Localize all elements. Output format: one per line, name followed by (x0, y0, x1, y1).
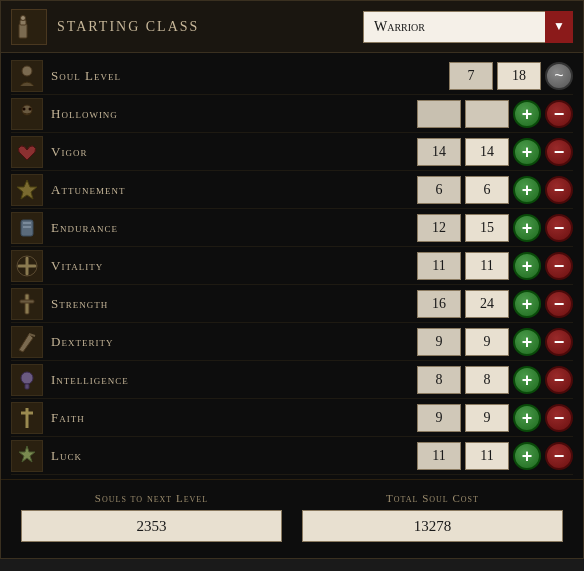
footer-section: Souls to next Level 2353 Total Soul Cost… (1, 479, 583, 558)
dexterity-icon (11, 326, 43, 358)
starting-class-icon (11, 9, 47, 45)
vigor-label: Vigor (51, 144, 417, 160)
stat-row-soul-level: Soul Level ~ (11, 57, 573, 95)
intelligence-minus-button[interactable]: − (545, 366, 573, 394)
hollowing-current-input[interactable] (465, 100, 509, 128)
vitality-minus-button[interactable]: − (545, 252, 573, 280)
attunement-plus-button[interactable]: + (513, 176, 541, 204)
total-soul-cost: Total Soul Cost 13278 (302, 492, 563, 542)
svg-point-2 (21, 15, 26, 20)
strength-minus-button[interactable]: − (545, 290, 573, 318)
endurance-base-input[interactable] (417, 214, 461, 242)
class-select[interactable]: Warrior Knight Mercenary Herald Assassin… (363, 11, 573, 43)
faith-plus-button[interactable]: + (513, 404, 541, 432)
endurance-controls: + − (417, 214, 573, 242)
hollowing-base-input[interactable] (417, 100, 461, 128)
svg-rect-9 (23, 222, 31, 224)
endurance-minus-button[interactable]: − (545, 214, 573, 242)
intelligence-label: Intelligence (51, 372, 417, 388)
vitality-controls: + − (417, 252, 573, 280)
svg-rect-13 (20, 300, 34, 303)
dexterity-controls: + − (417, 328, 573, 356)
vitality-base-input[interactable] (417, 252, 461, 280)
vigor-minus-button[interactable]: − (545, 138, 573, 166)
souls-to-next-level: Souls to next Level 2353 (21, 492, 282, 542)
stat-row-luck: Luck + − (11, 437, 573, 475)
faith-minus-button[interactable]: − (545, 404, 573, 432)
svg-marker-7 (17, 180, 37, 199)
luck-current-input[interactable] (465, 442, 509, 470)
app-container: Starting Class Warrior Knight Mercenary … (0, 0, 584, 559)
hollowing-label: Hollowing (51, 106, 417, 122)
hollowing-plus-button[interactable]: + (513, 100, 541, 128)
attunement-controls: + − (417, 176, 573, 204)
dexterity-current-input[interactable] (465, 328, 509, 356)
endurance-plus-button[interactable]: + (513, 214, 541, 242)
luck-minus-button[interactable]: − (545, 442, 573, 470)
starting-class-label: Starting Class (57, 19, 363, 35)
svg-point-6 (29, 107, 32, 110)
soul-level-current-input[interactable] (497, 62, 541, 90)
vitality-plus-button[interactable]: + (513, 252, 541, 280)
stat-row-dexterity: Dexterity + − (11, 323, 573, 361)
dexterity-label: Dexterity (51, 334, 417, 350)
svg-rect-0 (19, 24, 27, 38)
stat-row-intelligence: Intelligence + − (11, 361, 573, 399)
intelligence-base-input[interactable] (417, 366, 461, 394)
header-row: Starting Class Warrior Knight Mercenary … (1, 1, 583, 53)
stat-row-vigor: Vigor + − (11, 133, 573, 171)
hollowing-icon (11, 98, 43, 130)
soul-level-label: Soul Level (51, 68, 449, 84)
stat-row-hollowing: Hollowing + − (11, 95, 573, 133)
vitality-label: Vitality (51, 258, 417, 274)
luck-label: Luck (51, 448, 417, 464)
svg-rect-12 (25, 294, 29, 314)
strength-label: Strength (51, 296, 417, 312)
faith-label: Faith (51, 410, 417, 426)
svg-rect-10 (23, 226, 31, 228)
luck-plus-button[interactable]: + (513, 442, 541, 470)
soul-level-controls: ~ (449, 62, 573, 90)
stat-row-vitality: Vitality + − (11, 247, 573, 285)
vigor-current-input[interactable] (465, 138, 509, 166)
faith-current-input[interactable] (465, 404, 509, 432)
vigor-controls: + − (417, 138, 573, 166)
intelligence-icon (11, 364, 43, 396)
attunement-icon (11, 174, 43, 206)
attunement-label: Attunement (51, 182, 417, 198)
strength-controls: + − (417, 290, 573, 318)
souls-value: 2353 (21, 510, 282, 542)
dexterity-minus-button[interactable]: − (545, 328, 573, 356)
attunement-current-input[interactable] (465, 176, 509, 204)
stat-row-endurance: Endurance + − (11, 209, 573, 247)
soul-level-base-input[interactable] (449, 62, 493, 90)
endurance-icon (11, 212, 43, 244)
strength-base-input[interactable] (417, 290, 461, 318)
hollowing-minus-button[interactable]: − (545, 100, 573, 128)
vigor-plus-button[interactable]: + (513, 138, 541, 166)
faith-base-input[interactable] (417, 404, 461, 432)
soul-level-icon (11, 60, 43, 92)
svg-point-3 (22, 66, 32, 76)
endurance-label: Endurance (51, 220, 417, 236)
endurance-current-input[interactable] (465, 214, 509, 242)
dexterity-base-input[interactable] (417, 328, 461, 356)
strength-current-input[interactable] (465, 290, 509, 318)
svg-marker-19 (19, 446, 35, 462)
strength-icon (11, 288, 43, 320)
soul-level-tilde-button[interactable]: ~ (545, 62, 573, 90)
intelligence-current-input[interactable] (465, 366, 509, 394)
faith-controls: + − (417, 404, 573, 432)
luck-controls: + − (417, 442, 573, 470)
strength-plus-button[interactable]: + (513, 290, 541, 318)
svg-rect-16 (25, 384, 29, 389)
attunement-minus-button[interactable]: − (545, 176, 573, 204)
vitality-current-input[interactable] (465, 252, 509, 280)
vigor-base-input[interactable] (417, 138, 461, 166)
svg-point-5 (23, 107, 26, 110)
intelligence-plus-button[interactable]: + (513, 366, 541, 394)
attunement-base-input[interactable] (417, 176, 461, 204)
dexterity-plus-button[interactable]: + (513, 328, 541, 356)
hollowing-controls: + − (417, 100, 573, 128)
luck-base-input[interactable] (417, 442, 461, 470)
